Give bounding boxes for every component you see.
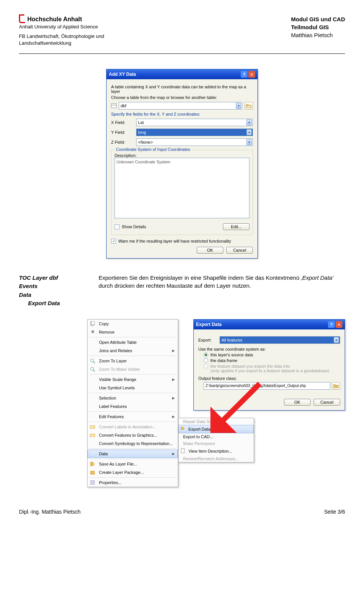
x-field-combo[interactable]: Lat <box>136 119 253 126</box>
blank-icon <box>89 385 96 391</box>
doc-icon <box>180 448 185 454</box>
module-line1: Modul GIS und CAD <box>291 15 345 23</box>
radio-feature-dataset <box>204 364 208 368</box>
export-label: Export: <box>198 338 217 342</box>
intro-text: A table containing X and Y coordinate da… <box>111 85 253 94</box>
menu-item-remove[interactable]: ✕Remove <box>88 328 178 336</box>
z-field-combo[interactable]: <None> <box>136 138 253 146</box>
svg-rect-12 <box>181 448 184 453</box>
export-scope-value: All features <box>221 338 242 342</box>
table-icon <box>111 103 116 108</box>
specify-label: Specify the fields for the X, Y and Z co… <box>111 112 253 116</box>
zoom-icon <box>89 366 96 372</box>
warn-checkbox[interactable]: ✓ <box>111 239 116 244</box>
university-logo-icon <box>19 16 25 23</box>
convert-icon <box>89 432 96 438</box>
export-dialog-title: Export Data <box>196 322 221 327</box>
edit-button[interactable]: Edit... <box>223 223 249 230</box>
submenu-arrow-icon: ▶ <box>172 452 175 456</box>
logo-row: Hochschule Anhalt <box>19 15 104 24</box>
module-author: Matthias Pietsch <box>291 31 345 39</box>
institution-name: Hochschule Anhalt <box>27 15 82 24</box>
submenu-arrow-icon: ▶ <box>172 349 175 353</box>
description-column: Exportieren Sie den Ereignislayer in ein… <box>99 274 345 308</box>
menu-item-joins-and-relates[interactable]: Joins and Relates▶ <box>88 346 178 355</box>
coord-legend: Coordinate System of Input Coordinates <box>115 147 192 152</box>
cancel-button[interactable]: Cancel <box>226 247 253 254</box>
toc-line1: TOC Layer dbf <box>19 274 87 282</box>
menu-item-convert-symbology-to-representation[interactable]: Convert Symbology to Representation... <box>88 439 178 448</box>
export-scope-combo[interactable]: All features <box>220 336 340 344</box>
header-right: Modul GIS und CAD Teilmodul GIS Matthias… <box>291 15 345 39</box>
warn-label: Warn me if the resulting layer will have… <box>118 239 231 243</box>
dialog-titlebar[interactable]: Add XY Data ? × <box>107 69 257 79</box>
desc-emph: ‚Export Data' <box>301 274 333 281</box>
data-submenu[interactable]: Repair Data Source...Export Data...Expor… <box>178 418 254 462</box>
chevron-down-icon[interactable] <box>246 129 252 135</box>
submenu-item-review-rematch-addresses: Review/Rematch Addresses... <box>179 455 254 462</box>
svg-rect-6 <box>90 426 95 428</box>
footer-author: Dipl.-Ing. Matthias Pietsch <box>19 509 81 515</box>
radio-dataset-label: the feature dataset you export the data … <box>210 364 329 373</box>
description-label: Description: <box>115 153 249 158</box>
blank-icon <box>89 348 96 354</box>
toc-line3: Data <box>19 291 87 299</box>
toc-column: TOC Layer dbf Events Data Export Data <box>19 274 87 308</box>
svg-line-3 <box>93 362 95 363</box>
folder-open-icon <box>246 103 251 108</box>
blank-icon <box>89 403 96 409</box>
coord-description-textarea[interactable]: Unknown Coordinate System <box>115 158 249 218</box>
menu-item-zoom-to-layer[interactable]: Zoom To Layer <box>88 357 178 365</box>
y-field-combo[interactable]: long <box>136 129 253 136</box>
package-icon <box>89 469 96 475</box>
submenu-item-make-permanent: Make Permanent <box>179 440 254 447</box>
menu-item-edit-features[interactable]: Edit Features▶ <box>88 412 178 421</box>
menu-item-selection[interactable]: Selection▶ <box>88 394 178 402</box>
submenu-item-export-data[interactable]: Export Data... <box>179 425 254 433</box>
close-button[interactable]: × <box>248 71 255 78</box>
menu-item-copy[interactable]: Copy <box>88 320 178 328</box>
blank-icon <box>89 451 96 457</box>
export-ok-button[interactable]: OK <box>284 399 311 406</box>
export-icon <box>180 426 185 432</box>
export-cancel-button[interactable]: Cancel <box>314 399 340 406</box>
submenu-arrow-icon: ▶ <box>172 378 175 381</box>
menu-item-convert-features-to-graphics[interactable]: Convert Features to Graphics... <box>88 431 178 439</box>
blank-icon <box>89 414 96 420</box>
menu-item-properties[interactable]: Properties... <box>88 478 178 487</box>
submenu-item-export-to-cad[interactable]: Export to CAD... <box>179 433 254 440</box>
browse-output-button[interactable] <box>332 382 340 390</box>
close-button[interactable]: × <box>336 321 342 328</box>
export-illustration: Copy✕RemoveOpen Attribute TableJoins and… <box>19 319 345 463</box>
toc-line4: Export Data <box>19 299 87 308</box>
radio-layer-source[interactable] <box>204 353 208 357</box>
menu-item-create-layer-package[interactable]: Create Layer Package... <box>88 468 178 476</box>
menu-item-use-symbol-levels[interactable]: Use Symbol Levels <box>88 384 178 392</box>
faculty-line1: FB Landwirtschaft, Ökotrophologie und <box>19 33 104 40</box>
help-button[interactable]: ? <box>241 71 248 78</box>
svg-rect-9 <box>91 481 94 484</box>
menu-item-visible-scale-range[interactable]: Visible Scale Range▶ <box>88 375 178 384</box>
chevron-down-icon[interactable] <box>334 337 339 343</box>
output-path-input[interactable]: Z:\banlp\gis\screenshot\03_übung3\data\E… <box>204 382 330 390</box>
chevron-down-icon[interactable] <box>246 139 252 145</box>
table-combo[interactable]: dbf <box>119 102 242 110</box>
ok-button[interactable]: OK <box>197 247 223 254</box>
help-button[interactable]: ? <box>328 321 335 328</box>
menu-item-data[interactable]: Data▶ <box>88 450 178 458</box>
chevron-down-icon[interactable] <box>246 119 252 125</box>
submenu-item-repair-data-source: Repair Data Source... <box>179 418 254 425</box>
menu-item-save-as-layer-file[interactable]: Save As Layer File... <box>88 460 178 468</box>
submenu-item-view-item-description[interactable]: View Item Description... <box>179 447 254 455</box>
context-menu[interactable]: Copy✕RemoveOpen Attribute TableJoins and… <box>87 319 178 487</box>
radio-data-frame[interactable] <box>204 358 208 363</box>
browse-button[interactable] <box>245 102 253 110</box>
show-details-checkbox[interactable] <box>115 224 119 229</box>
menu-item-open-attribute-table[interactable]: Open Attribute Table <box>88 338 178 346</box>
export-titlebar[interactable]: Export Data ? × <box>194 320 345 329</box>
desc-part-b: durch drücken der rechten Maustaste auf … <box>99 282 251 289</box>
chevron-down-icon[interactable] <box>236 103 241 109</box>
menu-item-label-features[interactable]: Label Features <box>88 402 178 411</box>
toc-line2: Events <box>19 282 87 291</box>
module-line2: Teilmodul GIS <box>291 23 345 31</box>
